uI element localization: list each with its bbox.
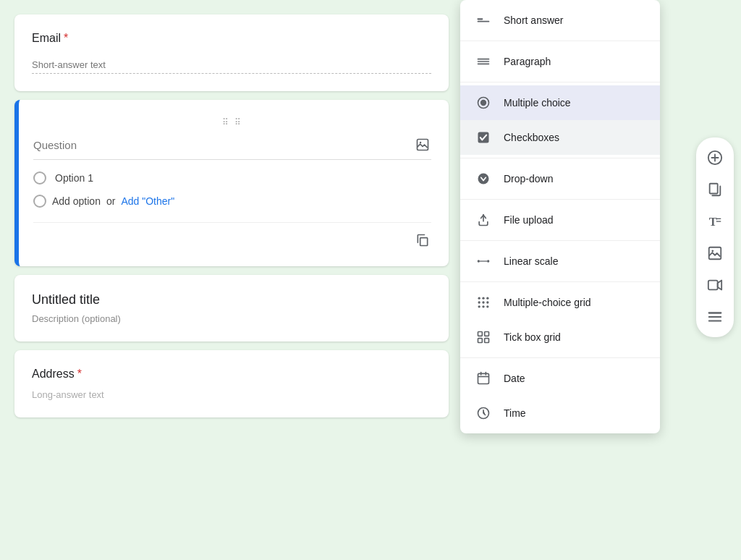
menu-item-multiple-choice[interactable]: Multiple choice <box>460 85 660 120</box>
menu-label-multiple-choice: Multiple choice <box>504 97 571 109</box>
menu-item-date[interactable]: Date <box>460 361 660 396</box>
time-icon <box>475 404 492 422</box>
svg-point-9 <box>480 100 486 106</box>
svg-point-22 <box>482 305 484 307</box>
add-image-button[interactable] <box>700 239 729 268</box>
menu-label-tick-box-grid: Tick box grid <box>504 331 561 343</box>
option1-row: Option 1 <box>33 171 431 184</box>
svg-rect-28 <box>478 373 489 383</box>
import-questions-button[interactable] <box>700 175 729 204</box>
svg-point-21 <box>478 305 480 307</box>
address-label: Address <box>32 368 75 380</box>
email-title: Email* <box>32 32 431 45</box>
address-long-answer: Long-answer text <box>32 389 431 400</box>
menu-item-dropdown[interactable]: Drop-down <box>460 161 660 196</box>
menu-item-tick-box-grid[interactable]: Tick box grid <box>460 320 660 355</box>
svg-point-12 <box>478 260 480 262</box>
add-section-button[interactable] <box>700 302 729 331</box>
svg-point-41 <box>711 250 714 252</box>
menu-label-linear-scale: Linear scale <box>504 255 559 267</box>
svg-point-11 <box>478 174 489 184</box>
menu-item-time[interactable]: Time <box>460 396 660 430</box>
menu-label-paragraph: Paragraph <box>504 56 551 67</box>
dropdown-icon <box>475 170 492 187</box>
svg-rect-27 <box>485 339 489 343</box>
menu-item-checkboxes[interactable]: Checkboxes <box>460 120 660 155</box>
svg-rect-2 <box>420 238 428 246</box>
drag-handle: ⠿ ⠿ <box>33 117 431 127</box>
divider-1 <box>460 41 660 41</box>
question-input-row <box>33 136 431 160</box>
svg-point-19 <box>482 301 484 303</box>
right-sidebar: T <box>696 137 734 337</box>
menu-label-checkboxes: Checkboxes <box>504 132 559 143</box>
title-section-card: Untitled title Description (optional) <box>14 275 449 341</box>
menu-label-dropdown: Drop-down <box>504 173 553 184</box>
menu-label-multiple-choice-grid: Multiple-choice grid <box>504 297 591 308</box>
svg-rect-25 <box>485 332 489 336</box>
menu-item-linear-scale[interactable]: Linear scale <box>460 244 660 279</box>
address-title: Address* <box>32 368 431 381</box>
divider-2 <box>460 82 660 82</box>
divider-5 <box>460 240 660 241</box>
email-label: Email <box>32 32 61 44</box>
divider-7 <box>460 357 660 358</box>
menu-item-paragraph[interactable]: Paragraph <box>460 44 660 79</box>
linear-scale-icon <box>475 253 492 270</box>
svg-rect-26 <box>478 339 483 343</box>
paragraph-icon <box>475 53 492 70</box>
add-option-row: Add option or Add "Other" <box>33 195 431 208</box>
svg-text:T: T <box>709 215 717 229</box>
svg-point-18 <box>478 301 480 303</box>
section-description: Description (optional) <box>32 313 431 324</box>
add-option-or: or <box>106 195 115 207</box>
date-icon <box>475 370 492 387</box>
add-title-button[interactable]: T <box>700 207 729 236</box>
svg-point-20 <box>486 301 488 303</box>
divider-3 <box>460 158 660 158</box>
add-other-link[interactable]: Add "Other" <box>121 195 174 207</box>
file-upload-icon <box>475 211 492 229</box>
email-card: Email* <box>14 14 449 91</box>
short-answer-icon <box>475 12 492 29</box>
address-required-star: * <box>77 368 82 380</box>
menu-item-file-upload[interactable]: File upload <box>460 203 660 237</box>
card-actions <box>33 222 431 249</box>
svg-point-14 <box>487 260 489 262</box>
menu-item-short-answer[interactable]: Short answer <box>460 3 660 38</box>
svg-point-15 <box>478 297 480 300</box>
question-input[interactable] <box>33 139 414 151</box>
menu-label-date: Date <box>504 373 525 384</box>
section-title: Untitled title <box>32 292 431 307</box>
add-option-text[interactable]: Add option <box>52 195 101 207</box>
multiple-choice-icon <box>475 94 492 111</box>
svg-rect-24 <box>478 332 483 336</box>
svg-point-23 <box>486 305 488 307</box>
svg-rect-36 <box>710 184 718 194</box>
type-dropdown-menu: Short answer Paragraph Multiple choice <box>460 0 660 433</box>
divider-4 <box>460 199 660 200</box>
multiple-choice-grid-icon <box>475 294 492 311</box>
add-video-button[interactable] <box>700 271 729 300</box>
address-card: Address* Long-answer text <box>14 350 449 417</box>
svg-point-16 <box>482 297 484 300</box>
question-card: ⠿ ⠿ Option 1 Add option or Add "Other" <box>14 100 449 266</box>
divider-6 <box>460 281 660 282</box>
question-image-icon[interactable] <box>414 136 431 153</box>
menu-label-short-answer: Short answer <box>504 14 563 26</box>
add-option-radio <box>33 195 46 208</box>
email-required-star: * <box>64 32 68 44</box>
menu-label-file-upload: File upload <box>504 214 554 226</box>
copy-icon[interactable] <box>414 232 431 249</box>
tick-box-grid-icon <box>475 328 492 346</box>
email-short-answer-input[interactable] <box>32 56 431 74</box>
svg-rect-42 <box>708 281 718 290</box>
option1-radio <box>33 171 46 184</box>
menu-item-multiple-choice-grid[interactable]: Multiple-choice grid <box>460 285 660 320</box>
menu-label-time: Time <box>504 407 526 419</box>
option1-label: Option 1 <box>55 172 93 184</box>
svg-point-17 <box>486 297 488 300</box>
svg-point-1 <box>420 142 422 144</box>
checkboxes-icon <box>475 129 492 146</box>
add-question-button[interactable] <box>700 143 729 172</box>
